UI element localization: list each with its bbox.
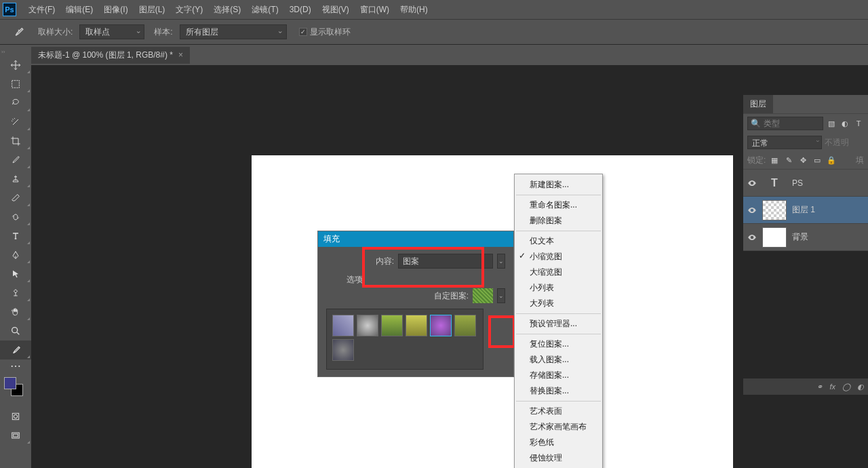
blend-mode-select[interactable]: 正常 bbox=[747, 136, 822, 149]
menu-window[interactable]: 窗口(W) bbox=[355, 4, 395, 16]
lock-position-icon[interactable]: ✥ bbox=[797, 155, 808, 166]
context-menu-item[interactable]: 预设管理器... bbox=[515, 316, 602, 332]
color-swatches[interactable] bbox=[4, 377, 31, 399]
context-menu-item[interactable]: 小列表 bbox=[515, 280, 602, 296]
layer-row[interactable]: 背景 bbox=[743, 224, 868, 251]
filter-type-icon[interactable]: T bbox=[853, 118, 864, 129]
svg-point-1 bbox=[12, 328, 18, 333]
sample-size-select[interactable]: 取样点 bbox=[79, 24, 144, 39]
svg-rect-0 bbox=[12, 81, 20, 88]
crop-tool[interactable] bbox=[0, 132, 31, 151]
menu-layer[interactable]: 图层(L) bbox=[134, 4, 171, 16]
toolbar-expand-icon[interactable]: ›› bbox=[1, 49, 5, 55]
clone-stamp-tool[interactable] bbox=[0, 170, 31, 189]
eraser-tool[interactable] bbox=[0, 189, 31, 208]
context-menu-item[interactable]: 载入图案... bbox=[515, 352, 602, 368]
visibility-icon[interactable] bbox=[747, 206, 757, 215]
lasso-tool[interactable] bbox=[0, 94, 31, 113]
pen-tool[interactable] bbox=[0, 246, 31, 265]
brush-tool[interactable] bbox=[0, 151, 31, 170]
foreground-color[interactable] bbox=[4, 377, 16, 389]
quick-mask-tool[interactable] bbox=[0, 407, 31, 426]
document-tab-title: 未标题-1 @ 100% (图层 1, RGB/8#) * bbox=[38, 50, 173, 61]
pattern-dropdown-icon[interactable]: ⌄ bbox=[497, 288, 505, 303]
edit-toolbar-icon[interactable]: ⋯ bbox=[0, 359, 31, 372]
context-menu-item[interactable]: 重命名图案... bbox=[515, 197, 602, 213]
menu-3d[interactable]: 3D(D) bbox=[284, 5, 317, 14]
menu-separator bbox=[516, 334, 601, 334]
context-menu-item[interactable]: 大缩览图 bbox=[515, 265, 602, 280]
active-tool-icon[interactable] bbox=[8, 26, 28, 38]
lock-pixels-icon[interactable]: ▦ bbox=[769, 155, 780, 166]
context-menu-item[interactable]: 仅文本 bbox=[515, 233, 602, 249]
menu-image[interactable]: 图像(I) bbox=[98, 4, 133, 16]
context-menu-item[interactable]: 存储图案... bbox=[515, 368, 602, 383]
menu-filter[interactable]: 滤镜(T) bbox=[246, 4, 283, 16]
context-menu-item[interactable]: 复位图案... bbox=[515, 336, 602, 352]
pattern-swatch[interactable] bbox=[332, 339, 354, 361]
pattern-swatch[interactable] bbox=[406, 315, 427, 336]
link-layers-icon[interactable]: ⚭ bbox=[816, 383, 823, 391]
context-menu-item[interactable]: 替换图案... bbox=[515, 383, 602, 399]
hand-tool[interactable] bbox=[0, 303, 31, 321]
menu-type[interactable]: 文字(Y) bbox=[170, 4, 208, 16]
adjustment-layer-icon[interactable]: ◐ bbox=[857, 383, 864, 391]
visibility-icon[interactable] bbox=[747, 178, 757, 188]
layer-name: 图层 1 bbox=[792, 204, 815, 216]
fill-content-select[interactable]: 图案 bbox=[398, 254, 493, 269]
path-selection-tool[interactable] bbox=[0, 265, 31, 284]
document-tab[interactable]: 未标题-1 @ 100% (图层 1, RGB/8#) * × bbox=[31, 47, 190, 64]
context-menu-item[interactable]: 新建图案... bbox=[515, 177, 602, 193]
layer-row[interactable]: T PS bbox=[743, 170, 868, 197]
pattern-swatch-selected[interactable] bbox=[430, 315, 452, 336]
zoom-tool[interactable] bbox=[0, 321, 31, 340]
marquee-tool[interactable] bbox=[0, 75, 31, 94]
context-menu-item[interactable]: 艺术家画笔画布 bbox=[515, 419, 602, 435]
layer-row[interactable]: 图层 1 bbox=[743, 197, 868, 224]
menu-edit[interactable]: 编辑(E) bbox=[60, 4, 98, 16]
lock-brush-icon[interactable]: ✎ bbox=[783, 155, 794, 166]
shape-tool[interactable] bbox=[0, 284, 31, 303]
layer-mask-icon[interactable]: ◯ bbox=[842, 383, 850, 391]
context-menu-item[interactable]: 侵蚀纹理 bbox=[515, 450, 602, 466]
layers-panel-tab[interactable]: 图层 bbox=[743, 95, 773, 113]
pattern-swatch[interactable] bbox=[381, 315, 403, 336]
layer-fx-icon[interactable]: fx bbox=[829, 383, 835, 391]
screen-mode-tool[interactable] bbox=[0, 426, 31, 445]
pattern-swatch[interactable] bbox=[357, 315, 378, 336]
gradient-tool[interactable] bbox=[0, 208, 31, 227]
svg-rect-5 bbox=[14, 434, 18, 437]
pattern-swatch[interactable] bbox=[454, 315, 476, 336]
filter-adjust-icon[interactable]: ◐ bbox=[840, 118, 850, 129]
context-menu-label: 艺术表面 bbox=[530, 406, 562, 416]
layer-filter-select[interactable]: 🔍 类型 bbox=[747, 117, 823, 130]
lock-all-icon[interactable]: 🔒 bbox=[826, 155, 837, 166]
fill-content-dropdown-icon[interactable]: ⌄ bbox=[497, 254, 505, 269]
show-ring-checkbox[interactable]: ✓ bbox=[299, 28, 307, 36]
fill-dialog: 填充 内容: 图案 ⌄ 选项 自定图案: ⌄ bbox=[317, 231, 514, 377]
lock-artboard-icon[interactable]: ▭ bbox=[812, 155, 823, 166]
menu-select[interactable]: 选择(S) bbox=[208, 4, 246, 16]
pattern-context-menu: 新建图案...重命名图案...删除图案仅文本✓小缩览图大缩览图小列表大列表预设管… bbox=[514, 174, 603, 468]
context-menu-item[interactable]: 大列表 bbox=[515, 296, 602, 311]
sample-size-label: 取样大小: bbox=[38, 26, 73, 38]
context-menu-item[interactable]: 彩色纸 bbox=[515, 435, 602, 450]
sample-select[interactable]: 所有图层 bbox=[180, 24, 287, 39]
close-tab-icon[interactable]: × bbox=[178, 50, 183, 60]
context-menu-item[interactable]: 删除图案 bbox=[515, 213, 602, 229]
menu-view[interactable]: 视图(V) bbox=[317, 4, 355, 16]
pattern-preview-thumb[interactable] bbox=[473, 288, 493, 303]
magic-wand-tool[interactable] bbox=[0, 113, 31, 132]
visibility-icon[interactable] bbox=[747, 233, 757, 242]
menu-file[interactable]: 文件(F) bbox=[23, 4, 60, 16]
context-menu-item[interactable]: ✓小缩览图 bbox=[515, 249, 602, 265]
move-tool[interactable] bbox=[0, 56, 31, 75]
eyedropper-tool[interactable] bbox=[0, 340, 31, 359]
options-bar: 取样大小: 取样点 样本: 所有图层 ✓ 显示取样环 bbox=[0, 19, 868, 45]
filter-pixel-icon[interactable]: ▧ bbox=[826, 118, 837, 129]
pattern-swatch[interactable] bbox=[332, 315, 354, 336]
context-menu-item[interactable]: 艺术表面 bbox=[515, 404, 602, 419]
type-tool[interactable] bbox=[0, 227, 31, 246]
menu-separator bbox=[516, 231, 601, 231]
menu-help[interactable]: 帮助(H) bbox=[395, 4, 433, 16]
